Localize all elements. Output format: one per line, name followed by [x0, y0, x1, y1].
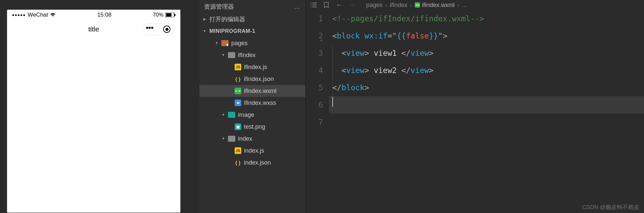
- project-root-label: MINIPROGRAM-1: [209, 28, 255, 34]
- tree-file[interactable]: < >ifindex.wxml: [199, 85, 305, 97]
- capsule-close-icon[interactable]: [163, 26, 170, 33]
- breadcrumb[interactable]: pages › ifIndex › <> ifindex.wxml › ...: [366, 2, 467, 9]
- chevron-right-icon: ›: [385, 2, 387, 9]
- json-icon: { }: [235, 76, 241, 82]
- chevron-right-icon: [203, 17, 207, 21]
- fold-chevron-down-icon[interactable]: ⌄: [320, 31, 323, 48]
- chevron-right-icon: ›: [457, 2, 459, 9]
- tree-file[interactable]: { }index.json: [199, 157, 305, 169]
- capsule-menu-icon[interactable]: •••: [146, 27, 154, 29]
- clock-label: 15:08: [97, 12, 112, 18]
- tree-folder[interactable]: ifIndex: [199, 49, 305, 61]
- chevron-down-icon: [215, 40, 219, 45]
- page-title: title: [88, 25, 99, 33]
- watermark-label: CSDN @癞皮狗不赖皮: [582, 203, 639, 211]
- editor-panel: ← → pages › ifIndex › <> ifindex.wxml › …: [306, 0, 644, 213]
- chevron-down-icon: [221, 136, 225, 141]
- tree-item-label: ifIndex: [238, 52, 256, 59]
- line-number: 1: [306, 10, 323, 27]
- js-icon: JS: [235, 64, 241, 70]
- wxml-file-icon: <>: [415, 2, 420, 8]
- tree-item-label: test.png: [244, 123, 265, 130]
- bookmark-icon[interactable]: [323, 2, 330, 8]
- folder-grey-icon: [228, 52, 235, 58]
- tree-file[interactable]: ≋ifindex.wxss: [199, 97, 305, 109]
- code-line[interactable]: [329, 96, 644, 113]
- open-editors-label: 打开的编辑器: [209, 15, 245, 23]
- line-number-gutter: 1234567: [306, 10, 329, 213]
- folder-img-icon: [228, 112, 235, 118]
- chevron-down-icon: [221, 52, 225, 57]
- breadcrumb-tail: ...: [462, 2, 467, 9]
- svg-rect-1: [166, 13, 171, 17]
- status-right: 70%: [153, 12, 175, 18]
- line-number: 4: [306, 62, 323, 79]
- breadcrumb-seg[interactable]: pages: [366, 2, 382, 9]
- code-line[interactable]: <view> view1 </view>: [329, 44, 644, 62]
- breadcrumb-file-label: ifindex.wxml: [422, 2, 455, 9]
- explorer-more-icon[interactable]: …: [294, 3, 301, 10]
- open-editors-section[interactable]: 打开的编辑器: [199, 13, 305, 25]
- capsule-divider: [158, 26, 159, 33]
- tree-file[interactable]: JSifindex.js: [199, 61, 305, 73]
- svg-rect-2: [174, 14, 175, 16]
- editor-top-bar: ← → pages › ifIndex › <> ifindex.wxml › …: [306, 0, 644, 10]
- breadcrumb-file[interactable]: <> ifindex.wxml: [415, 2, 455, 9]
- tree-folder[interactable]: image: [199, 109, 305, 121]
- battery-icon: [165, 13, 175, 17]
- code-area[interactable]: 1234567 ⌄ <!--pages/ifIndex/ifindex.wxml…: [306, 10, 644, 213]
- tree-file[interactable]: JSindex.js: [199, 145, 305, 157]
- simulator-panel: ●●●●● WeChat 15:08 70% title •••: [0, 0, 199, 213]
- folder-red-icon: [221, 40, 229, 46]
- code-lines[interactable]: ⌄ <!--pages/ifIndex/ifindex.wxml--> <blo…: [329, 10, 644, 213]
- status-left: ●●●●● WeChat: [12, 12, 56, 18]
- line-number: 5: [306, 79, 323, 96]
- carrier-label: WeChat: [28, 12, 48, 18]
- simulator-device: ●●●●● WeChat 15:08 70% title •••: [7, 10, 180, 212]
- explorer-header: 资源管理器 …: [199, 0, 305, 13]
- explorer-title: 资源管理器: [204, 3, 234, 11]
- explorer-panel: 资源管理器 … 打开的编辑器 MINIPROGRAM-1 pagesifInde…: [199, 0, 306, 213]
- file-tree: pagesifIndexJSifindex.js{ }ifindex.json<…: [199, 37, 305, 169]
- indent-guide: [332, 44, 333, 96]
- tree-item-label: pages: [231, 40, 248, 47]
- breadcrumb-seg[interactable]: ifIndex: [390, 2, 407, 9]
- signal-dots-icon: ●●●●●: [12, 13, 26, 17]
- tree-item-label: ifindex.wxml: [244, 88, 276, 95]
- wifi-icon: [50, 13, 56, 17]
- folder-grey-icon: [228, 136, 235, 142]
- capsule-button[interactable]: •••: [142, 23, 174, 35]
- code-line[interactable]: <!--pages/ifIndex/ifindex.wxml-->: [329, 10, 644, 27]
- nav-forward-icon[interactable]: →: [349, 1, 356, 9]
- battery-pct-label: 70%: [153, 12, 163, 18]
- tree-item-label: ifindex.wxss: [244, 100, 276, 106]
- status-bar: ●●●●● WeChat 15:08 70%: [7, 10, 180, 20]
- tree-folder[interactable]: index: [199, 133, 305, 145]
- line-number: 6: [306, 96, 323, 113]
- code-line[interactable]: <view> view2 </view>: [329, 62, 644, 79]
- code-line[interactable]: </block>: [329, 79, 644, 96]
- text-cursor: [332, 97, 333, 107]
- tree-item-label: image: [238, 111, 254, 118]
- json-icon: { }: [235, 159, 241, 166]
- png-icon: ▦: [235, 123, 241, 130]
- chevron-down-icon: [221, 112, 225, 117]
- tree-item-label: index.json: [244, 159, 271, 166]
- tree-item-label: index: [238, 135, 252, 142]
- nav-back-icon[interactable]: ←: [336, 1, 343, 9]
- tree-file[interactable]: ▦test.png: [199, 121, 305, 133]
- tree-folder[interactable]: pages: [199, 37, 305, 49]
- code-line[interactable]: [329, 113, 644, 131]
- tree-file[interactable]: { }ifindex.json: [199, 73, 305, 85]
- chevron-right-icon: ›: [410, 2, 412, 9]
- project-root-section[interactable]: MINIPROGRAM-1: [199, 25, 305, 37]
- chevron-down-icon: [203, 29, 207, 33]
- wxml-icon: < >: [235, 88, 241, 94]
- tree-item-label: ifindex.js: [244, 64, 267, 71]
- list-icon[interactable]: [310, 3, 317, 7]
- tree-item-label: ifindex.json: [244, 76, 274, 83]
- tree-item-label: index.js: [244, 147, 264, 154]
- code-line[interactable]: <block wx:if="{{false}}">: [329, 27, 644, 44]
- js-icon: JS: [235, 147, 241, 154]
- line-number: 7: [306, 113, 323, 131]
